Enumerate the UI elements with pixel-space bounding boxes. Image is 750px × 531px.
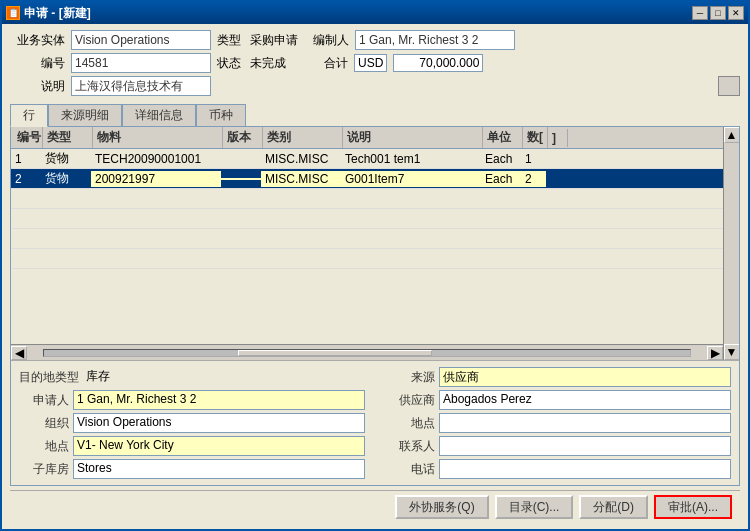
- horizontal-scrollbar[interactable]: ◀ ▶: [11, 344, 723, 360]
- status-label: 状态: [217, 55, 241, 72]
- cell-qty-1: 1: [521, 151, 546, 167]
- col-header-cb: ]: [548, 129, 568, 147]
- cell-num-2: 2: [11, 171, 41, 187]
- maximize-button[interactable]: □: [710, 6, 726, 20]
- subinventory-row: 子库房 Stores: [19, 459, 365, 479]
- cell-type-1: 货物: [41, 149, 91, 168]
- table-main: 编号 类型 物料 版本 类别 说明 单位 数[ ]: [11, 127, 723, 360]
- number-label: 编号: [10, 55, 65, 72]
- dest-type-value: 库存: [83, 367, 365, 387]
- col-header-unit: 单位: [483, 127, 523, 148]
- table-row-empty[interactable]: [11, 249, 723, 269]
- close-button[interactable]: ✕: [728, 6, 744, 20]
- requestor-value[interactable]: 1 Gan, Mr. Richest 3 2: [73, 390, 365, 410]
- total-value: 70,000.000: [393, 54, 483, 72]
- tab-line[interactable]: 行: [10, 104, 48, 127]
- cell-item-2: 200921997: [91, 171, 221, 187]
- total-label: 合计: [313, 55, 348, 72]
- window-title: 申请 - [新建]: [24, 5, 91, 22]
- top-right-button[interactable]: [718, 76, 740, 96]
- table-row[interactable]: 2 货物 200921997 MISC.MISC G001Item7 Each …: [11, 169, 723, 189]
- org-value[interactable]: Vision Operations: [73, 413, 365, 433]
- scroll-up-btn[interactable]: ▲: [724, 127, 740, 143]
- source-row: 来源 供应商: [385, 367, 731, 387]
- cell-version-1: [221, 158, 261, 160]
- bottom-detail: 目的地类型 库存 申请人 1 Gan, Mr. Richest 3 2 组织 V…: [11, 360, 739, 485]
- scroll-thumb[interactable]: [238, 350, 432, 356]
- cell-type-2: 货物: [41, 169, 91, 188]
- subinventory-value[interactable]: Stores: [73, 459, 365, 479]
- main-content: 业务实体 类型 采购申请 编制人 编号 状态 未完成 合计 USD 70,000…: [2, 24, 748, 529]
- business-entity-input[interactable]: [71, 30, 211, 50]
- table-container: 编号 类型 物料 版本 类别 说明 单位 数[ ]: [11, 127, 739, 360]
- creator-label: 编制人: [313, 32, 349, 49]
- distribute-button[interactable]: 分配(D): [579, 495, 648, 519]
- table-row-empty[interactable]: [11, 229, 723, 249]
- col-header-desc: 说明: [343, 127, 483, 148]
- cell-category-1: MISC.MISC: [261, 151, 341, 167]
- cell-qty-2: 2: [521, 171, 546, 187]
- desc-label: 说明: [10, 78, 65, 95]
- cell-category-2: MISC.MISC: [261, 171, 341, 187]
- ext-service-button[interactable]: 外协服务(Q): [395, 495, 488, 519]
- bottom-buttons: 外协服务(Q) 目录(C)... 分配(D) 审批(A)...: [10, 490, 740, 523]
- table-header: 编号 类型 物料 版本 类别 说明 单位 数[ ]: [11, 127, 723, 149]
- table-row-empty[interactable]: [11, 189, 723, 209]
- cell-version-2: [221, 178, 261, 180]
- type-value: 采购申请: [247, 31, 307, 50]
- main-window: 📋 申请 - [新建] ─ □ ✕ 业务实体 类型 采购申请 编制人 编号: [0, 0, 750, 531]
- detail-right: 来源 供应商 供应商 Abogados Perez 地点 联系人: [385, 367, 731, 479]
- supplier-row: 供应商 Abogados Perez: [385, 390, 731, 410]
- tab-currency[interactable]: 币种: [196, 104, 246, 126]
- source-value[interactable]: 供应商: [439, 367, 731, 387]
- number-row: 编号 状态 未完成 合计 USD 70,000.000: [10, 53, 740, 73]
- requestor-label: 申请人: [19, 392, 69, 409]
- scroll-right-btn[interactable]: ▶: [707, 346, 723, 360]
- scroll-left-btn[interactable]: ◀: [11, 346, 27, 360]
- cell-unit-1: Each: [481, 151, 521, 167]
- site-label: 地点: [385, 415, 435, 432]
- table-row-empty[interactable]: [11, 209, 723, 229]
- contact-row: 联系人: [385, 436, 731, 456]
- business-entity-row: 业务实体 类型 采购申请 编制人: [10, 30, 740, 50]
- scroll-down-btn[interactable]: ▼: [724, 344, 740, 360]
- location-row: 地点 V1- New York City: [19, 436, 365, 456]
- cell-cb-2: [546, 178, 566, 180]
- type-label: 类型: [217, 32, 241, 49]
- minimize-button[interactable]: ─: [692, 6, 708, 20]
- site-value[interactable]: [439, 413, 731, 433]
- approve-button[interactable]: 审批(A)...: [654, 495, 732, 519]
- supplier-label: 供应商: [385, 392, 435, 409]
- desc-row: 说明: [10, 76, 740, 96]
- tab-bar: 行 来源明细 详细信息 币种: [10, 104, 740, 126]
- tab-source[interactable]: 来源明细: [48, 104, 122, 126]
- site-row: 地点: [385, 413, 731, 433]
- cell-num-1: 1: [11, 151, 41, 167]
- window-controls: ─ □ ✕: [692, 6, 744, 20]
- col-header-num: 编号: [13, 127, 43, 148]
- phone-label: 电话: [385, 461, 435, 478]
- location-value[interactable]: V1- New York City: [73, 436, 365, 456]
- phone-value[interactable]: [439, 459, 731, 479]
- table-body: 1 货物 TECH20090001001 MISC.MISC Tech001 t…: [11, 149, 723, 344]
- org-label: 组织: [19, 415, 69, 432]
- number-input[interactable]: [71, 53, 211, 73]
- vertical-scrollbar[interactable]: ▲ ▼: [723, 127, 739, 360]
- subinventory-label: 子库房: [19, 461, 69, 478]
- dest-type-label: 目的地类型: [19, 369, 79, 386]
- contact-value[interactable]: [439, 436, 731, 456]
- status-value: 未完成: [247, 54, 307, 73]
- tab-detail[interactable]: 详细信息: [122, 104, 196, 126]
- catalog-button[interactable]: 目录(C)...: [495, 495, 574, 519]
- cell-unit-2: Each: [481, 171, 521, 187]
- col-header-qty: 数[: [523, 127, 548, 148]
- cell-desc-1: Tech001 tem1: [341, 151, 481, 167]
- table-row[interactable]: 1 货物 TECH20090001001 MISC.MISC Tech001 t…: [11, 149, 723, 169]
- supplier-value[interactable]: Abogados Perez: [439, 390, 731, 410]
- title-bar-left: 📋 申请 - [新建]: [6, 5, 91, 22]
- title-bar: 📋 申请 - [新建] ─ □ ✕: [2, 2, 748, 24]
- scroll-track[interactable]: [43, 349, 691, 357]
- creator-input[interactable]: [355, 30, 515, 50]
- org-row: 组织 Vision Operations: [19, 413, 365, 433]
- desc-input[interactable]: [71, 76, 211, 96]
